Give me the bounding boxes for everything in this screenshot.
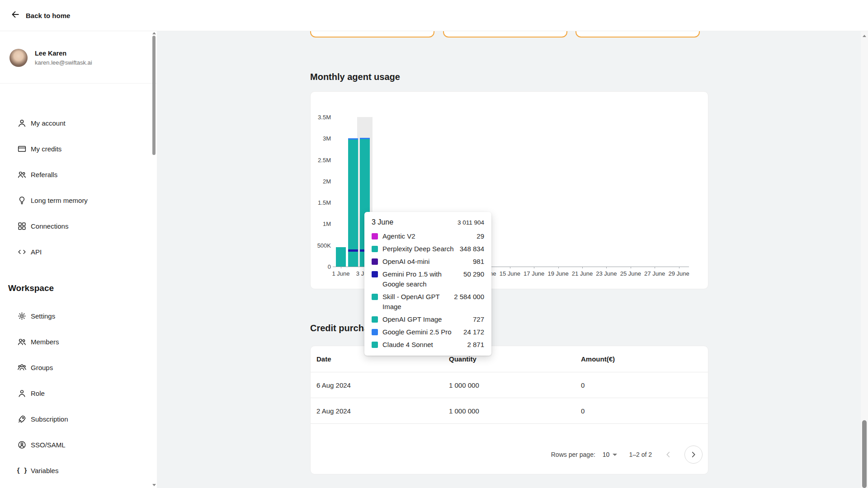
tooltip-series-label: Gemini Pro 1.5 with Google search xyxy=(382,269,463,289)
tooltip-date: 3 June xyxy=(372,218,393,226)
user-profile: Lee Karen karen.lee@swiftask.ai xyxy=(9,49,92,67)
sidebar-item-members[interactable]: Members xyxy=(0,329,151,355)
pagination: Rows per page: 10 1–2 of 2 xyxy=(311,439,708,470)
chart-bar-2-june[interactable] xyxy=(348,138,358,267)
window-scrollbar-thumb[interactable] xyxy=(862,420,867,488)
tooltip-series-value: 727 xyxy=(473,314,484,324)
tooltip-row: Claude 4 Sonnet2 871 xyxy=(369,338,487,351)
tooltip-series-value: 29 xyxy=(476,231,484,241)
sidebar-item-subscription[interactable]: Subscription xyxy=(0,406,151,432)
sidebar-item-label: Settings xyxy=(31,312,55,320)
workspace-heading: Workspace xyxy=(0,282,151,295)
x-axis-label: 23 June xyxy=(596,270,617,277)
table-cell: 0 xyxy=(581,407,702,415)
series-color-chip xyxy=(372,233,378,239)
x-axis-label: 29 June xyxy=(668,270,689,277)
sidebar-nav: My accountMy creditsReferallsLong term m… xyxy=(0,110,151,483)
summary-card-1 xyxy=(310,31,434,38)
chevron-right-icon xyxy=(689,450,698,460)
tooltip-series-label: Claude 4 Sonnet xyxy=(382,340,467,350)
sidebar-item-api[interactable]: API xyxy=(0,239,151,265)
scroll-down-arrow-icon[interactable] xyxy=(152,484,156,486)
sidebar-item-label: My account xyxy=(31,119,66,127)
tooltip-series-value: 24 172 xyxy=(463,327,484,337)
x-axis-tick xyxy=(341,267,341,268)
sidebar-item-label: Referalls xyxy=(31,171,57,178)
sidebar-item-referalls[interactable]: Referalls xyxy=(0,162,151,188)
sidebar-scrollbar-thumb[interactable] xyxy=(152,36,156,155)
main-content: Monthly agent usage 0500K1M1.5M2M2.5M3M3… xyxy=(157,31,861,488)
table-cell: 6 Aug 2024 xyxy=(316,381,449,389)
user-name: Lee Karen xyxy=(35,50,92,57)
sidebar-item-label: SSO/SAML xyxy=(31,441,66,449)
column-header-date: Date xyxy=(316,355,449,363)
table-cell: 1 000 000 xyxy=(449,381,581,389)
scroll-up-arrow-icon[interactable] xyxy=(863,35,866,37)
x-axis-tick xyxy=(606,267,607,268)
tooltip-series-label: Google Gemini 2.5 Pro xyxy=(382,327,463,337)
code-icon xyxy=(17,247,27,257)
sidebar-item-settings[interactable]: Settings xyxy=(0,303,151,329)
x-axis-tick xyxy=(534,267,534,268)
screen: Back to home Lee Karen karen.lee@swiftas… xyxy=(0,0,868,488)
tooltip-series-value: 2 871 xyxy=(467,340,484,350)
chart-bar-1-june[interactable] xyxy=(336,247,346,267)
series-color-chip xyxy=(372,316,378,323)
groups-icon xyxy=(17,363,27,372)
x-axis-label: 1 June xyxy=(332,270,349,277)
tooltip-row: OpenAI GPT Image727 xyxy=(369,313,487,326)
table-row: 6 Aug 20241 000 0000 xyxy=(311,372,708,398)
x-axis-tick xyxy=(558,267,559,268)
sidebar-item-my-account[interactable]: My account xyxy=(0,110,151,136)
sidebar-item-variables[interactable]: { }Variables xyxy=(0,458,151,483)
x-axis-tick xyxy=(631,267,631,268)
sidebar-item-my-credits[interactable]: My credits xyxy=(0,136,151,162)
y-axis-label: 2.5M xyxy=(318,156,331,163)
sidebar-item-label: My credits xyxy=(31,145,61,153)
column-header-amount: Amount(€) xyxy=(581,355,702,363)
x-axis-label: 19 June xyxy=(547,270,568,277)
usage-heading: Monthly agent usage xyxy=(310,72,400,82)
tooltip-row: Gemini Pro 1.5 with Google search50 290 xyxy=(369,268,487,291)
page-range-label: 1–2 of 2 xyxy=(629,451,652,458)
series-color-chip xyxy=(372,246,378,252)
gear-icon xyxy=(17,311,27,321)
rows-per-page-label: Rows per page: xyxy=(551,451,595,458)
back-to-home-button[interactable]: Back to home xyxy=(10,9,70,21)
previous-page-button[interactable] xyxy=(659,446,677,464)
sso-icon xyxy=(17,440,27,450)
next-page-button[interactable] xyxy=(684,446,703,464)
referrals-icon xyxy=(17,170,27,179)
tooltip-series-value: 2 584 000 xyxy=(454,292,484,302)
back-to-home-label: Back to home xyxy=(26,12,70,19)
sidebar-item-role[interactable]: Role xyxy=(0,380,151,406)
window-scrollbar[interactable] xyxy=(861,31,868,488)
tooltip-row: Perplexity Deep Search348 834 xyxy=(369,243,487,255)
x-axis-label: 21 June xyxy=(572,270,593,277)
sidebar-item-label: Connections xyxy=(31,222,68,230)
tooltip-series-value: 50 290 xyxy=(463,269,484,279)
credit-card-icon xyxy=(17,144,27,154)
y-axis-label: 1.5M xyxy=(318,199,331,206)
sidebar-item-groups[interactable]: Groups xyxy=(0,355,151,380)
series-color-chip xyxy=(372,258,378,265)
sidebar-item-sso-saml[interactable]: SSO/SAML xyxy=(0,432,151,458)
back-arrow-icon xyxy=(10,9,20,21)
tooltip-row: Skill - OpenAI GPT Image2 584 000 xyxy=(369,291,487,313)
user-email: karen.lee@swiftask.ai xyxy=(35,59,92,66)
rows-per-page-select[interactable]: 10 xyxy=(603,451,618,458)
rocket-icon xyxy=(17,414,27,424)
topbar: Back to home xyxy=(0,0,868,31)
sidebar-item-connections[interactable]: Connections xyxy=(0,213,151,239)
bar-segment-teal xyxy=(336,247,346,267)
table-cell: 0 xyxy=(581,381,702,389)
tooltip-series-label: OpenAI o4-mini xyxy=(382,257,473,267)
summary-card-2 xyxy=(443,31,567,38)
sidebar-scrollbar[interactable] xyxy=(152,31,156,488)
sidebar-account-list: My accountMy creditsReferallsLong term m… xyxy=(0,110,151,265)
sidebar-item-long-term-memory[interactable]: Long term memory xyxy=(0,188,151,213)
bulb-icon xyxy=(17,196,27,205)
y-axis-label: 0 xyxy=(328,263,331,270)
scroll-up-arrow-icon[interactable] xyxy=(152,32,156,34)
tooltip-series-value: 348 834 xyxy=(460,244,484,254)
